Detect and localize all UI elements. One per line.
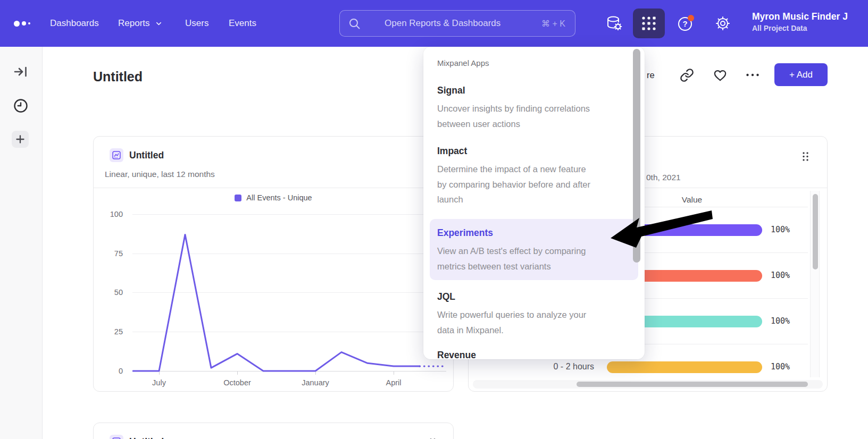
item-title: JQL	[437, 291, 635, 302]
item-title: Experiments	[437, 227, 628, 239]
vertical-scrollbar-track[interactable]	[810, 191, 820, 377]
chart-title[interactable]: Untitled	[129, 436, 164, 439]
database-gear-icon[interactable]	[605, 14, 623, 32]
nav-item-events[interactable]: Events	[229, 0, 256, 47]
nav-item-reports[interactable]: Reports	[118, 0, 163, 47]
chevron-down-icon	[155, 20, 163, 28]
horizontal-scrollbar-track[interactable]	[473, 380, 823, 389]
global-search[interactable]: ⌘ + K	[339, 10, 575, 37]
card-divider	[94, 188, 453, 188]
mixpanel-app: Dashboards Reports Users Events ⌘ + K	[0, 0, 868, 439]
dropdown-item-revenue[interactable]: Revenue	[437, 350, 635, 359]
logo-dot-large	[14, 21, 20, 27]
y-tick-25: 25	[102, 326, 123, 337]
search-shortcut: ⌘ + K	[541, 11, 565, 36]
y-tick-75: 75	[102, 248, 123, 259]
settings-gear-icon[interactable]	[714, 14, 732, 32]
logo-dot-medium	[22, 21, 26, 26]
line-chart-card: Untitled Linear, unique, last 12 months …	[93, 136, 454, 392]
value-bar	[607, 361, 762, 373]
value-percent: 100%	[771, 362, 790, 372]
y-tick-100: 100	[102, 209, 123, 220]
svg-text:?: ?	[682, 19, 687, 28]
dropdown-scrollbar-thumb[interactable]	[633, 49, 640, 263]
vertical-scrollbar-thumb[interactable]	[813, 194, 818, 269]
search-input[interactable]	[385, 11, 528, 36]
apps-grid-button[interactable]	[633, 9, 665, 38]
mixpanel-logo[interactable]	[14, 0, 30, 47]
y-tick-50: 50	[102, 287, 123, 298]
legend-swatch	[235, 195, 241, 201]
chart-title[interactable]: Untitled	[129, 150, 164, 161]
user-project-menu[interactable]: Myron Music Finder J All Project Data	[752, 10, 868, 33]
more-options-ellipsis-icon[interactable]	[746, 73, 760, 77]
value-percent: 100%	[771, 271, 790, 280]
line-chart-card-icon	[110, 435, 123, 439]
item-title: Signal	[437, 85, 635, 96]
add-plus-icon[interactable]	[12, 131, 29, 148]
value-percent: 100%	[771, 316, 790, 326]
nav-item-events-label: Events	[229, 18, 256, 29]
date-range-partial: 0th, 2021	[646, 173, 681, 182]
dropdown-item-jql[interactable]: JQL Write powerful queries to analyze yo…	[437, 291, 635, 337]
legend-label: All Events - Unique	[246, 193, 312, 202]
page-title[interactable]: Untitled	[93, 69, 143, 85]
line-chart-card-icon	[110, 148, 123, 162]
x-tick-october: October	[211, 378, 264, 387]
expand-panel-icon[interactable]	[13, 64, 29, 80]
link-icon[interactable]	[680, 68, 694, 82]
x-tick-january: January	[289, 378, 342, 387]
top-nav: Dashboards Reports Users Events ⌘ + K	[0, 0, 868, 47]
item-title: Revenue	[437, 350, 635, 359]
y-tick-0: 0	[102, 366, 123, 376]
nav-item-users-label: Users	[185, 18, 208, 29]
notification-dot	[688, 15, 694, 21]
nav-item-dashboards[interactable]: Dashboards	[50, 0, 99, 47]
user-name: Myron Music Finder J	[752, 10, 868, 23]
nav-item-users[interactable]: Users	[185, 0, 208, 47]
dropdown-item-signal[interactable]: Signal Uncover insights by finding corre…	[437, 85, 635, 131]
second-chart-card: Untitled	[93, 423, 454, 439]
item-description: Determine the impact of a new feature by…	[437, 162, 635, 207]
add-button[interactable]: + Add	[774, 63, 828, 86]
nav-item-dashboards-label: Dashboards	[50, 18, 99, 29]
mixpanel-apps-dropdown: Mixpanel Apps Signal Uncover insights by…	[423, 47, 645, 359]
project-name: All Project Data	[752, 23, 868, 33]
chart-legend[interactable]: All Events - Unique	[94, 193, 453, 202]
horizontal-scrollbar-thumb[interactable]	[577, 382, 808, 387]
line-chart-series	[132, 213, 446, 372]
apps-grid-icon	[641, 15, 657, 31]
item-description: Uncover insights by finding correlations…	[437, 101, 635, 131]
search-icon	[348, 17, 362, 31]
help-icon[interactable]: ?	[677, 14, 695, 32]
row-label: 0 - 2 hours	[473, 362, 594, 372]
chart-subtitle: Linear, unique, last 12 months	[105, 170, 215, 179]
dropdown-item-experiments[interactable]: Experiments View an A/B test's effect by…	[430, 219, 638, 280]
x-tick-april: April	[367, 378, 420, 387]
value-percent: 100%	[771, 225, 790, 234]
share-button-label-partial[interactable]: re	[647, 70, 655, 80]
item-title: Impact	[437, 146, 635, 157]
item-description: View an A/B test's effect by comparing m…	[437, 243, 628, 274]
favorite-heart-icon[interactable]	[713, 68, 728, 82]
value-column-header[interactable]: Value	[639, 195, 745, 205]
item-description: Write powerful queries to analyze your d…	[437, 307, 635, 337]
logo-dot-small	[28, 22, 30, 24]
nav-item-reports-label: Reports	[118, 18, 150, 29]
x-tick-july: July	[132, 378, 186, 387]
history-clock-icon[interactable]	[13, 98, 29, 114]
drag-handle-icon[interactable]	[802, 151, 809, 162]
dropdown-item-impact[interactable]: Impact Determine the impact of a new fea…	[437, 146, 635, 207]
dropdown-header: Mixpanel Apps	[437, 58, 489, 67]
